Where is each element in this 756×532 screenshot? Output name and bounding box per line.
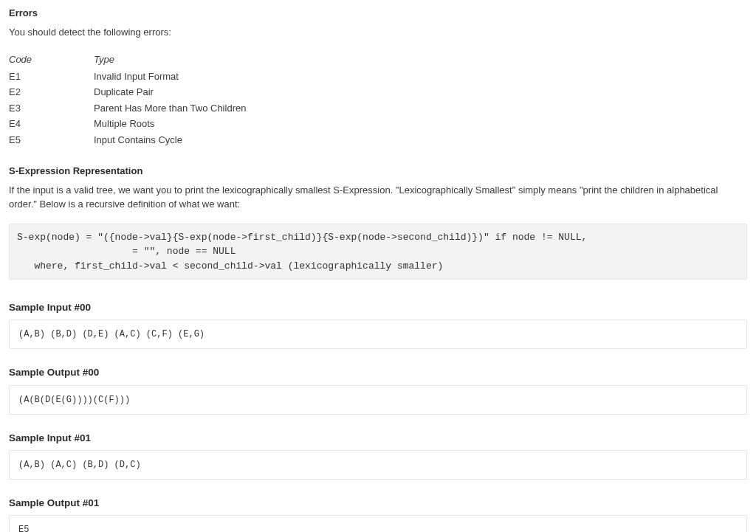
sexp-intro: If the input is a valid tree, we want yo… [9, 183, 747, 212]
error-code: E2 [9, 84, 94, 100]
error-type: Duplicate Pair [94, 84, 246, 100]
error-type: Multiple Roots [94, 116, 246, 132]
sample-heading: Sample Output #00 [9, 365, 747, 380]
error-type: Invalid Input Format [94, 69, 246, 85]
col-header-code: Code [9, 51, 94, 69]
table-row: E3 Parent Has More than Two Children [9, 100, 246, 117]
sample-heading: Sample Input #00 [9, 300, 747, 315]
error-code: E4 [9, 116, 94, 132]
table-header-row: Code Type [9, 51, 246, 69]
errors-heading: Errors [9, 6, 747, 21]
sample-heading: Sample Input #01 [9, 431, 747, 446]
sample-content: E5 [9, 515, 747, 532]
col-header-type: Type [94, 51, 246, 69]
error-code: E3 [9, 100, 94, 117]
table-row: E4 Multiple Roots [9, 116, 246, 132]
table-row: E2 Duplicate Pair [9, 84, 246, 100]
errors-intro: You should detect the following errors: [9, 25, 747, 40]
error-type: Input Contains Cycle [94, 132, 246, 148]
error-code: E5 [9, 132, 94, 148]
sample-content: (A,B) (B,D) (D,E) (A,C) (C,F) (E,G) [9, 319, 747, 349]
sample-heading: Sample Output #01 [9, 496, 747, 511]
error-code: E1 [9, 69, 94, 85]
sexp-heading: S-Expression Representation [9, 164, 747, 179]
table-row: E5 Input Contains Cycle [9, 132, 246, 148]
error-type: Parent Has More than Two Children [94, 100, 246, 117]
errors-table: Code Type E1 Invalid Input Format E2 Dup… [9, 51, 246, 148]
table-row: E1 Invalid Input Format [9, 69, 246, 85]
sample-content: (A,B) (A,C) (B,D) (D,C) [9, 450, 747, 480]
sexp-definition: S-exp(node) = "({node->val}{S-exp(node->… [9, 224, 747, 280]
sample-content: (A(B(D(E(G))))(C(F))) [9, 385, 747, 415]
